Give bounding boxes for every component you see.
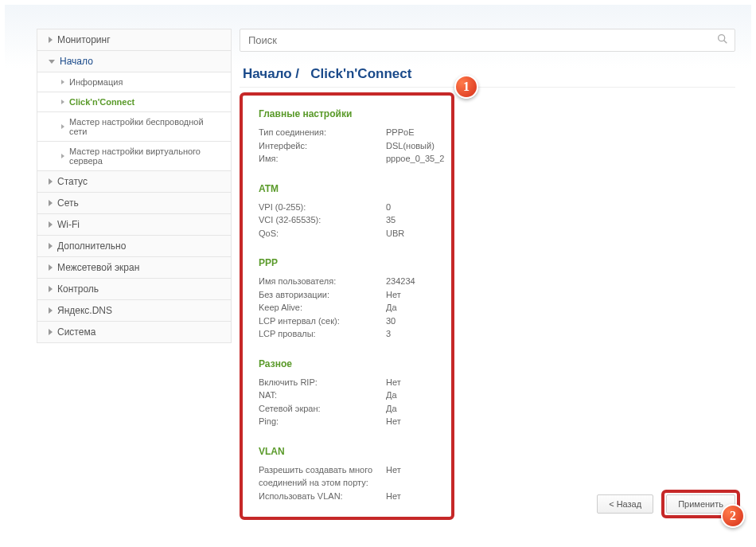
sidebar-item-label: Дополнительно	[57, 240, 126, 252]
sidebar-item-label: Мониторинг	[57, 34, 111, 45]
sidebar-item-status[interactable]: Статус	[37, 171, 232, 193]
chevron-right-icon	[61, 154, 64, 158]
sidebar-item-yandexdns[interactable]: Яндекс.DNS	[37, 300, 232, 322]
sidebar-item-label: Статус	[57, 176, 88, 187]
sidebar-item-advanced[interactable]: Дополнительно	[37, 236, 232, 257]
sidebar-item-wifi[interactable]: Wi-Fi	[37, 214, 232, 236]
svg-point-0	[719, 35, 725, 41]
svg-line-1	[724, 41, 727, 44]
annotation-badge-1: 1	[454, 75, 478, 99]
sidebar-sub-wireless-wizard[interactable]: Мастер настройки беспроводной сети	[37, 112, 232, 142]
sidebar-sub-label: Click'n'Connect	[69, 97, 134, 107]
kv-row: QoS:UBR	[259, 227, 435, 240]
sidebar-item-firewall[interactable]: Межсетевой экран	[37, 257, 232, 279]
kv-key: Сетевой экран:	[259, 402, 386, 416]
divider	[240, 87, 735, 88]
section-title: Главные настройки	[259, 108, 435, 119]
kv-value: Да	[386, 402, 435, 416]
kv-value: DSL(новый)	[386, 139, 435, 153]
section-vlan: VLAN Разрешить создавать много соединени…	[259, 446, 435, 503]
main-content: Начало / Click'n'Connect Главные настрой…	[240, 29, 735, 520]
annotation-badge-2: 2	[721, 504, 745, 528]
sidebar-item-network[interactable]: Сеть	[37, 193, 232, 214]
kv-row: LCP провалы:3	[259, 327, 435, 341]
breadcrumb-root[interactable]: Начало	[243, 66, 292, 81]
kv-value: 3	[386, 327, 435, 341]
kv-row: Разрешить создавать много соединений на …	[259, 463, 435, 490]
section-title: Разное	[259, 358, 435, 369]
sidebar-item-monitoring[interactable]: Мониторинг	[37, 29, 232, 51]
sidebar-sub-clicknconnect[interactable]: Click'n'Connect	[37, 92, 232, 112]
chevron-down-icon	[49, 60, 55, 64]
search-input[interactable]	[240, 29, 735, 52]
sidebar-item-start[interactable]: Начало	[37, 51, 232, 72]
kv-value: 35	[386, 213, 435, 227]
sidebar-item-label: Контроль	[57, 283, 99, 295]
kv-value: Нет	[386, 288, 435, 302]
section-main-settings: Главные настройки Тип соединения:PPPoE И…	[259, 108, 435, 166]
kv-value: 0	[386, 201, 435, 214]
sidebar-sub-label: Мастер настройки виртуального сервера	[69, 147, 223, 166]
kv-row: Тип соединения:PPPoE	[259, 126, 435, 139]
chevron-right-icon	[49, 200, 53, 206]
kv-key: Имя пользователя:	[259, 275, 386, 288]
kv-row: Имя:pppoe_0_35_2	[259, 152, 435, 166]
kv-row: LCP интервал (сек):30	[259, 315, 435, 328]
kv-row: Интерфейс:DSL(новый)	[259, 139, 435, 153]
chevron-right-icon	[49, 221, 53, 228]
sidebar-sub-label: Мастер настройки беспроводной сети	[69, 117, 223, 136]
kv-key: Использовать VLAN:	[259, 490, 386, 503]
chevron-right-icon	[49, 178, 53, 185]
section-misc: Разное Включить RIP:Нет NAT:Да Сетевой э…	[259, 358, 435, 428]
chevron-right-icon	[49, 264, 53, 271]
section-title: VLAN	[259, 446, 435, 457]
kv-key: NAT:	[259, 389, 386, 402]
kv-row: NAT:Да	[259, 389, 435, 402]
kv-key: Тип соединения:	[259, 126, 386, 139]
kv-row: Включить RIP:Нет	[259, 376, 435, 389]
kv-value: PPPoE	[386, 126, 435, 139]
kv-value: Нет	[386, 490, 435, 503]
chevron-right-icon	[49, 286, 53, 292]
chevron-right-icon	[61, 80, 64, 84]
footer-buttons: < Назад Применить	[597, 490, 740, 518]
kv-value: 234234	[386, 275, 435, 288]
kv-value: Нет	[386, 463, 435, 490]
kv-key: Интерфейс:	[259, 139, 386, 153]
back-button[interactable]: < Назад	[597, 494, 653, 514]
breadcrumb-current: Click'n'Connect	[310, 66, 411, 81]
kv-key: VCI (32-65535):	[259, 213, 386, 227]
chevron-right-icon	[61, 100, 64, 104]
kv-key: LCP провалы:	[259, 327, 386, 341]
section-title: ATM	[259, 183, 435, 194]
section-atm: ATM VPI (0-255):0 VCI (32-65535):35 QoS:…	[259, 183, 435, 240]
section-ppp: PPP Имя пользователя:234234 Без авториза…	[259, 257, 435, 341]
chevron-right-icon	[49, 243, 53, 249]
kv-row: Сетевой экран:Да	[259, 402, 435, 416]
sidebar-sub-information[interactable]: Информация	[37, 72, 232, 92]
sidebar-item-label: Сеть	[57, 197, 79, 209]
kv-key: QoS:	[259, 227, 386, 240]
section-title: PPP	[259, 257, 435, 268]
sidebar-item-label: Начало	[60, 56, 93, 67]
sidebar-item-system[interactable]: Система	[37, 322, 232, 343]
sidebar-item-label: Wi-Fi	[57, 219, 80, 230]
kv-key: Разрешить создавать много соединений на …	[259, 463, 386, 490]
kv-value: Да	[386, 301, 435, 315]
chevron-right-icon	[49, 329, 53, 335]
breadcrumb-sep: /	[295, 66, 299, 81]
kv-key: VPI (0-255):	[259, 201, 386, 214]
sidebar-item-control[interactable]: Контроль	[37, 279, 232, 300]
kv-key: LCP интервал (сек):	[259, 315, 386, 328]
kv-value: UBR	[386, 227, 435, 240]
sidebar: Мониторинг Начало Информация Click'n'Con…	[37, 29, 232, 520]
kv-key: Включить RIP:	[259, 376, 386, 389]
sidebar-item-label: Яндекс.DNS	[57, 305, 112, 316]
kv-row: Без авторизации:Нет	[259, 288, 435, 302]
kv-value: 30	[386, 315, 435, 328]
sidebar-item-label: Межсетевой экран	[57, 262, 139, 273]
sidebar-sub-virtual-server-wizard[interactable]: Мастер настройки виртуального сервера	[37, 142, 232, 171]
kv-row: Имя пользователя:234234	[259, 275, 435, 288]
kv-key: Ping:	[259, 415, 386, 428]
sidebar-item-label: Система	[57, 326, 95, 338]
